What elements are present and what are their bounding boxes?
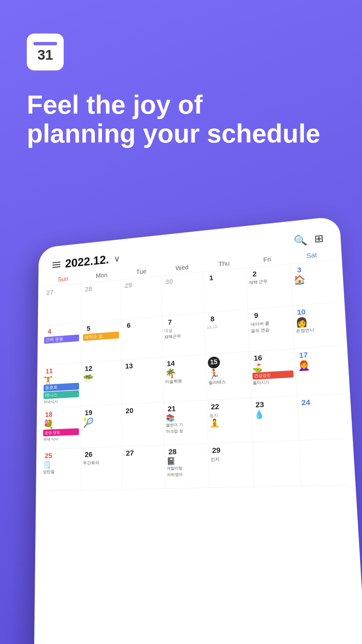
cal-cell-nov29[interactable]: 29 [121, 276, 162, 320]
date-number: 27 [124, 449, 136, 458]
cal-cell-dec9[interactable]: 9 네이버 콜 골프 연습 [248, 306, 295, 352]
date-number: 24 [299, 398, 313, 407]
cal-cell-dec19[interactable]: 19 🎾 [81, 405, 122, 448]
event-emoji: 🗒️ [43, 461, 79, 469]
cal-cell-dec14[interactable]: 14 🌴 미술학원 [163, 355, 207, 402]
hamburger-line [52, 262, 60, 263]
event-emoji: 💐 [43, 419, 79, 429]
app-icon-number: 31 [38, 48, 53, 62]
date-number: 29 [123, 281, 134, 290]
lunar-text: 동지 [209, 411, 249, 419]
phone-mockup: 2022.12. ∨ 🔍 ⊞ Sun Mon Tue Wed Thu Fri S… [34, 216, 362, 644]
calendar-title[interactable]: 2022.12. [65, 253, 109, 270]
event-text: 저녁식사 [44, 398, 79, 405]
cal-cell-dec8[interactable]: 8 11.15. [204, 310, 249, 355]
date-number-today: 15 [210, 358, 218, 366]
cal-cell-dec13[interactable]: 13 [121, 357, 164, 405]
event-text: 성탄절 [43, 468, 79, 475]
chevron-down-icon[interactable]: ∨ [114, 254, 120, 264]
date-number: 3 [293, 265, 305, 275]
search-icon[interactable]: 🔍 [293, 233, 308, 247]
cal-cell-dec23[interactable]: 23 💧 [251, 396, 299, 442]
date-number: 23 [253, 400, 266, 410]
cal-cell-dec12[interactable]: 12 🥗 [81, 360, 122, 407]
cal-cell-dec3[interactable]: 3 🏠 [291, 260, 339, 306]
cal-cell-dec15[interactable]: 15 🏃 필라테스 [205, 352, 251, 400]
event-emoji: 🌴 [165, 367, 204, 378]
date-number: 28 [83, 285, 94, 293]
event-text: 저하영어 [167, 471, 206, 478]
date-number: 2 [248, 269, 261, 279]
cal-cell-dec1[interactable]: 1 [203, 268, 248, 313]
date-number: 10 [295, 308, 308, 317]
date-number: 14 [165, 359, 177, 368]
cal-cell-dec7[interactable]: 7 대설 재택근무 [162, 313, 205, 357]
menu-button[interactable] [52, 262, 60, 268]
event-emoji: 🥗 [83, 372, 120, 383]
event-text: 민지 [210, 455, 251, 463]
event-emoji: 📓 [167, 457, 206, 465]
cal-cell-dec4[interactable]: 4 근력 운동 [42, 323, 81, 365]
cal-cell-nov28[interactable]: 28 [81, 280, 121, 323]
date-number: 22 [209, 402, 221, 411]
cal-cell-dec20[interactable]: 20 [122, 402, 165, 447]
date-number: 7 [164, 318, 176, 327]
cal-cell-dec29[interactable]: 29 민지 [208, 442, 255, 488]
phone-screen: 2022.12. ∨ 🔍 ⊞ Sun Mon Tue Wed Thu Fri S… [38, 220, 362, 644]
date-number: 4 [44, 327, 55, 336]
cal-cell-dec16[interactable]: 16 ⛳ 건강검진 물마시기 [249, 349, 297, 398]
cal-cell-dec6[interactable]: 6 [121, 316, 163, 360]
cal-cell-dec10[interactable]: 10 👩 은정언니 [293, 303, 341, 349]
cal-cell-dec30[interactable] [253, 440, 301, 487]
hamburger-line [52, 266, 60, 268]
date-number [255, 444, 268, 445]
cal-cell-dec11[interactable]: 11 🏋️ 동호회 테니스 저녁식사 [42, 363, 81, 409]
date-number: 1 [205, 273, 217, 282]
date-number: 20 [124, 407, 135, 416]
date-number: 25 [43, 451, 54, 460]
date-number: 9 [250, 311, 262, 320]
date-number: 21 [166, 405, 178, 414]
grid-icon[interactable]: ⊞ [314, 232, 324, 245]
cal-cell-dec22[interactable]: 22 동지 🧘 [207, 398, 253, 444]
app-icon: 31 [27, 34, 64, 70]
cal-cell-dec24[interactable]: 24 [297, 393, 347, 440]
cal-cell-dec17[interactable]: 17 👩‍🦰 [295, 346, 344, 396]
tagline-line2: planning your schedule [27, 119, 320, 148]
cal-cell-dec31[interactable] [299, 439, 349, 486]
event-emoji: 🏃 [208, 368, 248, 379]
date-number: 27 [45, 288, 55, 297]
date-number: 19 [83, 409, 94, 417]
event-emoji: 👩‍🦰 [297, 359, 340, 371]
date-number [301, 443, 314, 443]
app-icon-bar [34, 42, 57, 45]
date-number: 28 [167, 447, 179, 457]
cal-cell-dec2[interactable]: 2 재택 근무 [246, 264, 293, 310]
tagline-line1: Feel the joy of [27, 91, 320, 119]
date-number: 17 [297, 351, 310, 360]
event-text: 마크업 점 [166, 427, 205, 434]
cal-cell-dec5[interactable]: 5 세탁소 말 [81, 320, 121, 363]
date-number: 30 [164, 277, 175, 286]
event-emoji: 🎾 [83, 417, 120, 428]
event-badge: 근력 운동 [44, 334, 79, 344]
event-emoji: 🏠 [293, 272, 336, 285]
cal-cell-dec21[interactable]: 21 📚 캘린더 기 마크업 점 [164, 400, 208, 445]
event-text: 캘린더 기 [166, 421, 205, 428]
cal-cell-nov27[interactable]: 27 [43, 283, 81, 326]
date-number: 6 [123, 321, 134, 330]
event-emoji: 📚 [166, 413, 205, 422]
date-number: 16 [252, 354, 264, 363]
header-section: 31 Feel the joy of planning your schedul… [27, 34, 320, 148]
date-number: 29 [210, 446, 223, 455]
event-emoji: 🧘 [209, 418, 250, 427]
cal-cell-dec28[interactable]: 28 📓 개발미팅 저하영어 [165, 444, 209, 489]
cal-cell-dec27[interactable]: 27 [122, 445, 165, 489]
cal-cell-dec18[interactable]: 18 💐 동생 생일 저녁 식사 [41, 407, 81, 449]
event-text: 주간회의 [83, 459, 120, 466]
cal-cell-dec26[interactable]: 26 주간회의 [81, 447, 123, 490]
date-number: 26 [83, 450, 94, 459]
cal-cell-nov30[interactable]: 30 [162, 272, 204, 317]
cal-cell-dec25[interactable]: 25 🗒️ 성탄절 [41, 448, 81, 491]
event-badge: 테니스 [44, 390, 79, 399]
